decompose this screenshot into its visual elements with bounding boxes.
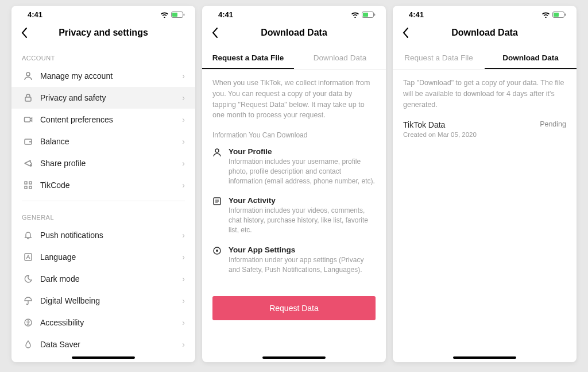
person-icon <box>212 147 223 157</box>
info-desc: Information includes your username, prof… <box>229 157 376 186</box>
info-title: Your Profile <box>229 147 376 156</box>
wifi-icon <box>541 11 550 18</box>
chevron-right-icon: › <box>182 71 185 80</box>
row-balance[interactable]: Balance › <box>11 131 195 152</box>
tab-request-data-file[interactable]: Request a Data File <box>393 47 485 69</box>
info-desc: Information includes your videos, commen… <box>229 206 376 235</box>
list-icon <box>212 196 223 206</box>
info-title: Your App Settings <box>229 246 376 254</box>
svg-point-3 <box>26 72 30 76</box>
tabs: Request a Data File Download Data <box>393 47 577 70</box>
row-label: Privacy and safety <box>34 93 182 102</box>
info-section-label: Information You Can Download <box>202 121 386 143</box>
svg-point-21 <box>216 250 218 252</box>
status-bar: 4:41 <box>11 6 195 21</box>
row-digital-wellbeing[interactable]: Digital Wellbeing › <box>11 290 195 312</box>
info-your-activity: Your Activity Information includes your … <box>202 191 386 240</box>
svg-point-14 <box>28 320 29 321</box>
person-icon <box>22 71 34 80</box>
page-title: Privacy and settings <box>11 28 195 38</box>
header: Download Data <box>202 21 386 47</box>
row-language[interactable]: Language › <box>11 246 195 268</box>
battery-icon <box>552 11 566 18</box>
row-content-preferences[interactable]: Content preferences › <box>11 109 195 131</box>
tab-download-data[interactable]: Download Data <box>294 47 386 69</box>
back-icon[interactable] <box>402 27 416 39</box>
file-subtitle: Created on Mar 05, 2020 <box>403 131 477 138</box>
wallet-icon <box>22 137 34 146</box>
chevron-right-icon: › <box>182 296 185 305</box>
request-data-button[interactable]: Request Data <box>212 296 376 320</box>
svg-rect-9 <box>29 182 32 184</box>
row-privacy-safety[interactable]: Privacy and safety › <box>11 87 195 109</box>
row-tikcode[interactable]: TikCode › <box>11 174 195 196</box>
chevron-right-icon: › <box>182 137 185 146</box>
screen-download-data-list: 4:41 Download Data Request a Data File D… <box>393 6 577 362</box>
row-dark-mode[interactable]: Dark mode › <box>11 268 195 290</box>
tab-download-data[interactable]: Download Data <box>485 47 577 69</box>
row-push-notifications[interactable]: Push notifications › <box>11 224 195 246</box>
battery-icon <box>362 11 376 18</box>
accessibility-icon <box>22 318 34 327</box>
screen-privacy-settings: 4:41 Privacy and settings ACCOUNT Manage… <box>11 6 195 362</box>
svg-rect-1 <box>172 13 177 17</box>
chevron-right-icon: › <box>182 231 185 240</box>
row-data-saver[interactable]: Data Saver › <box>11 333 195 355</box>
chevron-right-icon: › <box>182 274 185 283</box>
row-label: Digital Wellbeing <box>34 296 182 305</box>
row-label: Data Saver <box>34 340 182 349</box>
chevron-right-icon: › <box>182 340 185 349</box>
general-list: Push notifications › Language › Dark mod… <box>11 224 195 355</box>
row-label: Balance <box>34 137 182 146</box>
back-icon[interactable] <box>21 27 34 39</box>
status-icons <box>351 11 376 18</box>
section-label-general: GENERAL <box>11 206 195 224</box>
row-label: Share profile <box>34 159 182 168</box>
svg-rect-2 <box>184 13 185 16</box>
drop-icon <box>22 340 34 349</box>
home-indicator[interactable] <box>72 356 135 359</box>
settings-icon <box>212 246 223 255</box>
file-status: Pending <box>540 120 566 128</box>
back-icon[interactable] <box>211 27 225 39</box>
row-accessibility[interactable]: Accessibility › <box>11 312 195 333</box>
svg-rect-4 <box>25 97 31 101</box>
header: Privacy and settings <box>11 21 195 47</box>
chevron-right-icon: › <box>182 318 185 327</box>
row-label: Content preferences <box>34 115 182 124</box>
video-icon <box>22 115 34 124</box>
battery-icon <box>171 11 185 18</box>
tab-request-data-file[interactable]: Request a Data File <box>202 47 294 69</box>
svg-rect-23 <box>554 13 559 17</box>
data-file-row[interactable]: TikTok Data Created on Mar 05, 2020 Pend… <box>393 110 577 138</box>
svg-rect-24 <box>565 13 566 16</box>
chevron-right-icon: › <box>182 93 185 102</box>
info-your-app-settings: Your App Settings Information under your… <box>202 241 386 281</box>
row-label: TikCode <box>34 181 182 190</box>
row-share-profile[interactable]: Share profile › <box>11 152 195 174</box>
intro-text: Tap "Download" to get a copy of your dat… <box>393 70 577 110</box>
lock-icon <box>22 93 34 102</box>
row-manage-account[interactable]: Manage my account › <box>11 65 195 87</box>
tabs: Request a Data File Download Data <box>202 47 386 70</box>
row-label: Push notifications <box>34 231 182 240</box>
screen-download-data-request: 4:41 Download Data Request a Data File D… <box>202 6 386 362</box>
home-indicator[interactable] <box>262 356 326 359</box>
share-icon <box>22 159 34 168</box>
page-title: Download Data <box>202 28 386 38</box>
intro-text: When you use TikTok, we collect informat… <box>202 70 386 121</box>
svg-rect-17 <box>374 13 376 16</box>
umbrella-icon <box>22 296 34 305</box>
svg-rect-11 <box>29 186 32 189</box>
svg-rect-7 <box>29 141 32 143</box>
qr-icon <box>22 181 34 190</box>
language-icon <box>22 252 34 262</box>
info-your-profile: Your Profile Information includes your u… <box>202 143 386 191</box>
row-label: Manage my account <box>34 71 182 80</box>
row-label: Dark mode <box>34 274 182 283</box>
bell-icon <box>22 231 34 240</box>
file-title: TikTok Data <box>403 120 477 129</box>
status-time: 4:41 <box>218 10 233 19</box>
home-indicator[interactable] <box>453 356 516 359</box>
moon-icon <box>22 274 34 283</box>
